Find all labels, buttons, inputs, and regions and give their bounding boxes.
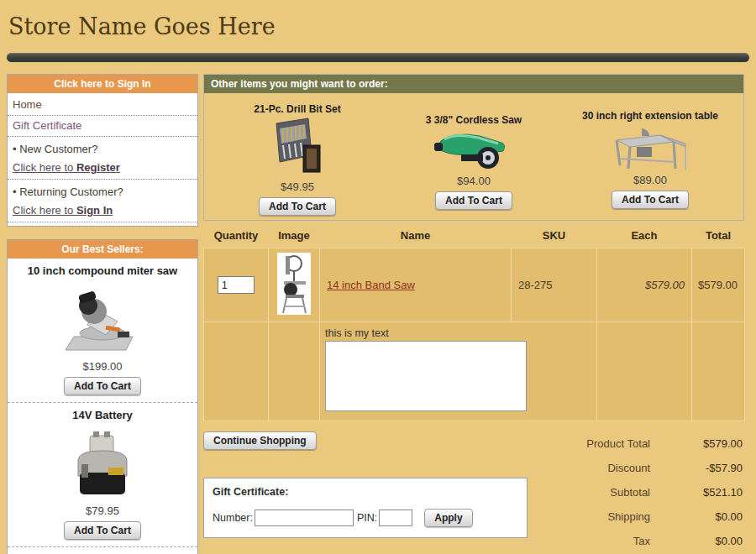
upsell-name: 30 inch right extension table — [566, 110, 734, 122]
bestsellers-panel-header: Our Best Sellers: — [8, 240, 197, 259]
totals-row: Tax $0.00 — [536, 529, 743, 553]
upsell-price: $89.00 — [566, 174, 734, 186]
new-customer-prompt: • New Customer? — [8, 137, 197, 158]
bestseller-price: $199.00 — [11, 360, 194, 373]
sidebar: Click here to Sign In Home Gift Certific… — [7, 74, 198, 554]
cart-item-link[interactable]: 14 inch Band Saw — [327, 279, 415, 291]
order-totals: Product Total $579.00 Discount -$57.90 S… — [536, 431, 744, 554]
battery-image[interactable] — [11, 426, 194, 503]
totals-label: Discount — [607, 462, 650, 474]
gift-pin-label: PIN: — [357, 512, 377, 524]
totals-label: Tax — [633, 535, 650, 547]
bestseller-name: 14V Battery — [11, 408, 194, 422]
quantity-input[interactable] — [218, 276, 255, 294]
cart-header-row: Quantity Image Name SKU Each Total — [204, 225, 745, 248]
totals-row: Subtotal $521.10 — [536, 480, 743, 504]
register-link-prefix: Click here to — [13, 161, 76, 174]
cordless-saw-image[interactable] — [390, 126, 558, 173]
cart-note-textarea[interactable] — [325, 341, 527, 411]
bestseller-name: 10 inch compound miter saw — [11, 264, 194, 278]
content-area: Click here to Sign In Home Gift Certific… — [0, 62, 756, 554]
gift-pin-input[interactable] — [379, 510, 412, 526]
sidebar-link-home[interactable]: Home — [8, 95, 197, 116]
store-name-title: Store Name Goes Here — [0, 0, 756, 48]
upsell-panel: Other items you might want to order: 21-… — [203, 74, 744, 221]
gift-certificate-title: Gift Certificate: — [213, 486, 518, 498]
band-saw-image[interactable] — [277, 253, 311, 315]
upsell-price: $94.00 — [390, 175, 558, 187]
bottom-section: Continue Shopping Gift Certificate: Numb… — [203, 431, 744, 554]
col-image: Image — [269, 225, 320, 248]
continue-shopping-button[interactable]: Continue Shopping — [203, 431, 317, 450]
upsell-panel-header: Other items you might want to order: — [204, 75, 743, 93]
col-each: Each — [597, 225, 692, 248]
totals-row: Product Total $579.00 — [536, 431, 743, 456]
register-link-bold: Register — [76, 161, 120, 174]
bestsellers-panel: Our Best Sellers: 10 inch compound miter… — [7, 239, 198, 554]
totals-value: $0.00 — [650, 535, 743, 547]
upsell-item: 3 3/8" Cordless Saw $94.00 — [390, 98, 558, 216]
totals-value: $521.10 — [650, 486, 743, 499]
col-total: Total — [692, 225, 745, 248]
totals-label: Subtotal — [610, 486, 650, 499]
gift-certificate-box: Gift Certificate: Number: PIN: Apply — [203, 478, 528, 538]
add-to-cart-button[interactable]: Add To Cart — [64, 521, 141, 540]
main-area: Other items you might want to order: 21-… — [203, 74, 744, 554]
add-to-cart-button[interactable]: Add To Cart — [64, 377, 141, 395]
cart-item-each: $579.00 — [597, 248, 692, 322]
cart-item-row: 14 inch Band Saw 28-275 $579.00 $579.00 — [204, 248, 745, 322]
cart-item-total: $579.00 — [692, 248, 745, 322]
sidebar-link-gift-certificate[interactable]: Gift Certificate — [8, 116, 197, 137]
upsell-name: 3 3/8" Cordless Saw — [390, 114, 558, 126]
add-to-cart-button[interactable]: Add To Cart — [612, 191, 689, 209]
miter-saw-image[interactable] — [11, 281, 194, 358]
add-to-cart-button[interactable]: Add To Cart — [435, 191, 512, 210]
cart-table: Quantity Image Name SKU Each Total — [203, 225, 745, 421]
col-sku: SKU — [512, 225, 597, 248]
header-divider-bar — [7, 53, 749, 62]
upsell-name: 21-Pc. Drill Bit Set — [213, 103, 381, 115]
col-quantity: Quantity — [204, 225, 269, 248]
gift-number-input[interactable] — [255, 510, 354, 526]
bestseller-item: 18V Hammerdrill, Trim Saw, Reciprocating… — [8, 546, 197, 554]
totals-value: -$57.90 — [650, 462, 743, 474]
totals-label: Product Total — [586, 437, 650, 450]
bestseller-item: 14V Battery $79.95 Add To Cart — [8, 402, 197, 546]
bestseller-item: 10 inch compound miter saw $199.00 Add T — [8, 259, 197, 402]
signin-panel-header[interactable]: Click here to Sign In — [8, 75, 197, 93]
signin-link[interactable]: Click here to Sign In — [8, 201, 197, 222]
register-link[interactable]: Click here to Register — [8, 158, 197, 180]
gift-number-label: Number: — [213, 512, 253, 524]
signin-links: Home Gift Certificate • New Customer? Cl… — [8, 93, 197, 226]
add-to-cart-button[interactable]: Add To Cart — [259, 197, 336, 216]
apply-button[interactable]: Apply — [424, 509, 472, 527]
cart-note-label: this is my text — [325, 327, 596, 339]
totals-value: $579.00 — [650, 437, 743, 450]
totals-row: Shipping $0.00 — [536, 504, 743, 529]
totals-label: Shipping — [607, 510, 650, 523]
returning-customer-prompt: • Returning Customer? — [8, 180, 197, 201]
upsell-items: 21-Pc. Drill Bit Set — [204, 93, 743, 216]
col-name: Name — [320, 225, 512, 248]
signin-link-bold: Sign In — [76, 204, 113, 217]
cart-note-row: this is my text — [204, 322, 745, 421]
totals-row: Discount -$57.90 — [536, 456, 743, 480]
extension-table-image[interactable] — [566, 122, 734, 172]
page-header: Store Name Goes Here — [0, 0, 756, 62]
bestseller-price: $79.95 — [11, 504, 194, 517]
signin-link-prefix: Click here to — [13, 204, 76, 217]
upsell-item: 21-Pc. Drill Bit Set — [213, 98, 381, 216]
upsell-item: 30 inch right extension table — [566, 98, 734, 216]
bottom-left: Continue Shopping Gift Certificate: Numb… — [203, 431, 536, 538]
totals-value: $0.00 — [650, 510, 743, 523]
signin-panel: Click here to Sign In Home Gift Certific… — [7, 74, 198, 227]
upsell-price: $49.95 — [213, 180, 381, 193]
cart-item-sku: 28-275 — [512, 248, 597, 322]
drill-bit-set-image[interactable] — [213, 115, 381, 179]
